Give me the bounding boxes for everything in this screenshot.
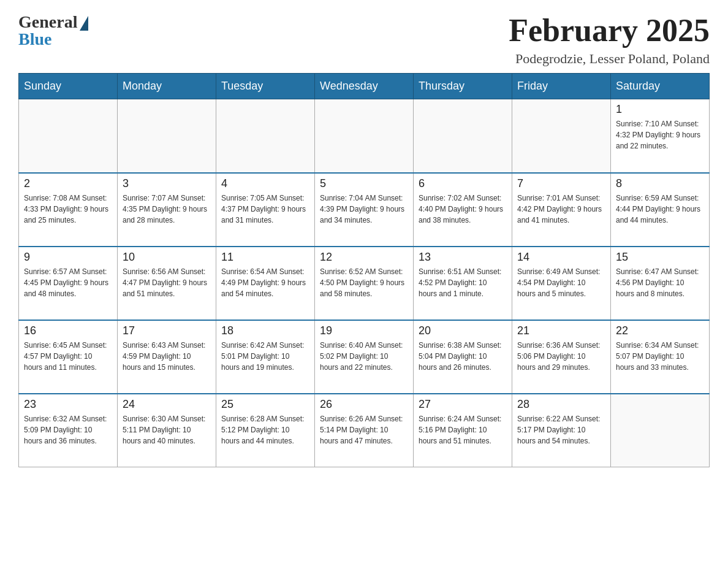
day-info: Sunrise: 6:36 AM Sunset: 5:06 PM Dayligh… [517,340,605,373]
day-info: Sunrise: 7:08 AM Sunset: 4:33 PM Dayligh… [24,193,112,226]
calendar-cell: 19Sunrise: 6:40 AM Sunset: 5:02 PM Dayli… [315,320,414,394]
day-number: 15 [616,251,704,264]
day-number: 10 [123,251,211,264]
day-info: Sunrise: 7:04 AM Sunset: 4:39 PM Dayligh… [320,193,408,226]
calendar-cell [118,99,216,173]
day-info: Sunrise: 7:05 AM Sunset: 4:37 PM Dayligh… [221,193,309,226]
day-info: Sunrise: 6:56 AM Sunset: 4:47 PM Dayligh… [123,266,211,299]
weekday-header-sunday: Sunday [19,74,118,99]
calendar-cell: 13Sunrise: 6:51 AM Sunset: 4:52 PM Dayli… [414,247,512,320]
day-number: 19 [320,324,408,337]
calendar-cell: 21Sunrise: 6:36 AM Sunset: 5:06 PM Dayli… [512,320,611,394]
day-number: 12 [320,251,408,264]
calendar-cell: 20Sunrise: 6:38 AM Sunset: 5:04 PM Dayli… [414,320,512,394]
day-info: Sunrise: 6:30 AM Sunset: 5:11 PM Dayligh… [123,413,211,446]
calendar-cell: 9Sunrise: 6:57 AM Sunset: 4:45 PM Daylig… [19,247,118,320]
day-info: Sunrise: 6:22 AM Sunset: 5:17 PM Dayligh… [517,413,605,446]
calendar-cell: 3Sunrise: 7:07 AM Sunset: 4:35 PM Daylig… [118,173,216,247]
day-info: Sunrise: 6:42 AM Sunset: 5:01 PM Dayligh… [221,340,309,373]
week-row-5: 23Sunrise: 6:32 AM Sunset: 5:09 PM Dayli… [19,394,710,467]
day-info: Sunrise: 7:10 AM Sunset: 4:32 PM Dayligh… [616,118,704,151]
weekday-header-monday: Monday [118,74,216,99]
day-number: 14 [517,251,605,264]
calendar-cell: 14Sunrise: 6:49 AM Sunset: 4:54 PM Dayli… [512,247,611,320]
week-row-4: 16Sunrise: 6:45 AM Sunset: 4:57 PM Dayli… [19,320,710,394]
day-number: 26 [320,398,408,411]
calendar-cell: 10Sunrise: 6:56 AM Sunset: 4:47 PM Dayli… [118,247,216,320]
day-number: 5 [320,177,408,190]
day-number: 6 [419,177,507,190]
day-number: 11 [221,251,309,264]
day-info: Sunrise: 6:47 AM Sunset: 4:56 PM Dayligh… [616,266,704,299]
calendar-cell [315,99,414,173]
calendar-cell: 16Sunrise: 6:45 AM Sunset: 4:57 PM Dayli… [19,320,118,394]
day-info: Sunrise: 7:02 AM Sunset: 4:40 PM Dayligh… [419,193,507,226]
calendar-cell: 23Sunrise: 6:32 AM Sunset: 5:09 PM Dayli… [19,394,118,467]
day-number: 28 [517,398,605,411]
day-number: 3 [123,177,211,190]
day-number: 23 [24,398,112,411]
day-info: Sunrise: 6:49 AM Sunset: 4:54 PM Dayligh… [517,266,605,299]
day-info: Sunrise: 6:43 AM Sunset: 4:59 PM Dayligh… [123,340,211,373]
week-row-2: 2Sunrise: 7:08 AM Sunset: 4:33 PM Daylig… [19,173,710,247]
calendar-cell [414,99,512,173]
day-number: 21 [517,324,605,337]
calendar-cell [19,99,118,173]
weekday-header-friday: Friday [512,74,611,99]
weekday-header-row: SundayMondayTuesdayWednesdayThursdayFrid… [19,74,710,99]
page-header: General Blue February 2025 Podegrodzie, … [18,12,710,67]
location-title: Podegrodzie, Lesser Poland, Poland [509,51,710,67]
logo-triangle-icon [80,16,88,31]
calendar-cell: 18Sunrise: 6:42 AM Sunset: 5:01 PM Dayli… [216,320,315,394]
calendar-cell: 2Sunrise: 7:08 AM Sunset: 4:33 PM Daylig… [19,173,118,247]
day-info: Sunrise: 6:57 AM Sunset: 4:45 PM Dayligh… [24,266,112,299]
calendar-cell: 7Sunrise: 7:01 AM Sunset: 4:42 PM Daylig… [512,173,611,247]
calendar-cell: 25Sunrise: 6:28 AM Sunset: 5:12 PM Dayli… [216,394,315,467]
month-title: February 2025 [509,12,710,48]
day-info: Sunrise: 6:59 AM Sunset: 4:44 PM Dayligh… [616,193,704,226]
day-info: Sunrise: 7:01 AM Sunset: 4:42 PM Dayligh… [517,193,605,226]
day-info: Sunrise: 6:52 AM Sunset: 4:50 PM Dayligh… [320,266,408,299]
day-info: Sunrise: 6:51 AM Sunset: 4:52 PM Dayligh… [419,266,507,299]
calendar-cell: 6Sunrise: 7:02 AM Sunset: 4:40 PM Daylig… [414,173,512,247]
logo: General Blue [18,12,88,49]
weekday-header-tuesday: Tuesday [216,74,315,99]
day-number: 7 [517,177,605,190]
day-number: 4 [221,177,309,190]
calendar-cell: 5Sunrise: 7:04 AM Sunset: 4:39 PM Daylig… [315,173,414,247]
title-area: February 2025 Podegrodzie, Lesser Poland… [509,12,710,67]
calendar-cell [611,394,710,467]
day-info: Sunrise: 7:07 AM Sunset: 4:35 PM Dayligh… [123,193,211,226]
calendar-cell: 17Sunrise: 6:43 AM Sunset: 4:59 PM Dayli… [118,320,216,394]
calendar-cell: 27Sunrise: 6:24 AM Sunset: 5:16 PM Dayli… [414,394,512,467]
calendar-cell: 22Sunrise: 6:34 AM Sunset: 5:07 PM Dayli… [611,320,710,394]
weekday-header-saturday: Saturday [611,74,710,99]
calendar-cell: 11Sunrise: 6:54 AM Sunset: 4:49 PM Dayli… [216,247,315,320]
calendar-cell: 24Sunrise: 6:30 AM Sunset: 5:11 PM Dayli… [118,394,216,467]
week-row-1: 1Sunrise: 7:10 AM Sunset: 4:32 PM Daylig… [19,99,710,173]
calendar-cell: 15Sunrise: 6:47 AM Sunset: 4:56 PM Dayli… [611,247,710,320]
day-number: 1 [616,103,704,116]
logo-blue-text: Blue [18,29,51,49]
day-number: 20 [419,324,507,337]
calendar-table: SundayMondayTuesdayWednesdayThursdayFrid… [18,73,710,467]
day-info: Sunrise: 6:26 AM Sunset: 5:14 PM Dayligh… [320,413,408,446]
day-number: 17 [123,324,211,337]
day-number: 8 [616,177,704,190]
day-info: Sunrise: 6:38 AM Sunset: 5:04 PM Dayligh… [419,340,507,373]
calendar-cell: 1Sunrise: 7:10 AM Sunset: 4:32 PM Daylig… [611,99,710,173]
day-info: Sunrise: 6:28 AM Sunset: 5:12 PM Dayligh… [221,413,309,446]
day-number: 25 [221,398,309,411]
calendar-cell [512,99,611,173]
day-number: 9 [24,251,112,264]
day-number: 2 [24,177,112,190]
weekday-header-thursday: Thursday [414,74,512,99]
calendar-cell: 12Sunrise: 6:52 AM Sunset: 4:50 PM Dayli… [315,247,414,320]
day-number: 13 [419,251,507,264]
day-number: 24 [123,398,211,411]
calendar-cell: 8Sunrise: 6:59 AM Sunset: 4:44 PM Daylig… [611,173,710,247]
day-number: 22 [616,324,704,337]
day-info: Sunrise: 6:45 AM Sunset: 4:57 PM Dayligh… [24,340,112,373]
week-row-3: 9Sunrise: 6:57 AM Sunset: 4:45 PM Daylig… [19,247,710,320]
calendar-cell: 4Sunrise: 7:05 AM Sunset: 4:37 PM Daylig… [216,173,315,247]
